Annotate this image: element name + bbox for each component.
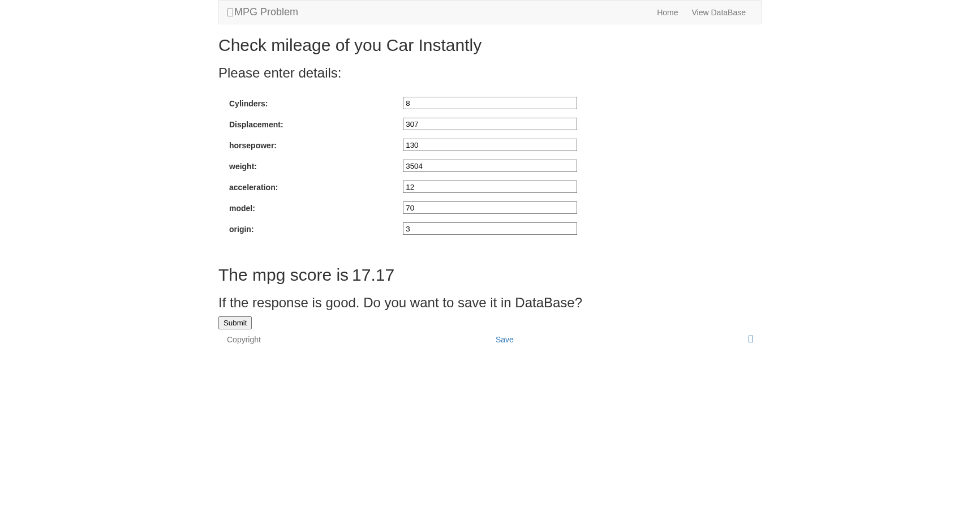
result-row: The mpg score is 17.17 xyxy=(218,265,762,284)
input-cylinders[interactable] xyxy=(403,97,577,109)
form-row-horsepower: horsepower: xyxy=(229,139,751,151)
result-label: The mpg score is xyxy=(218,265,349,284)
footer: Copyright Save xyxy=(218,329,762,350)
brand-icon xyxy=(227,8,233,16)
navbar-nav: Home View DataBase xyxy=(650,2,753,23)
footer-copyright: Copyright xyxy=(227,335,261,344)
input-displacement[interactable] xyxy=(403,118,577,130)
input-acceleration[interactable] xyxy=(403,181,577,193)
label-displacement: Displacement: xyxy=(229,118,403,129)
label-acceleration: acceleration: xyxy=(229,181,403,192)
result-value: 17.17 xyxy=(352,265,394,284)
nav-link-view-database[interactable]: View DataBase xyxy=(685,2,753,23)
label-origin: origin: xyxy=(229,222,403,234)
label-weight: weight: xyxy=(229,160,403,171)
form-row-origin: origin: xyxy=(229,222,751,235)
submit-button[interactable]: Submit xyxy=(218,316,252,329)
form-well: Cylinders: Displacement: horsepower: wei… xyxy=(218,86,762,254)
label-horsepower: horsepower: xyxy=(229,139,403,150)
form-row-displacement: Displacement: xyxy=(229,118,751,130)
footer-save-link[interactable]: Save xyxy=(496,335,514,344)
form-row-cylinders: Cylinders: xyxy=(229,97,751,109)
navbar: MPG Problem Home View DataBase xyxy=(218,0,762,24)
navbar-brand[interactable]: MPG Problem xyxy=(227,1,298,24)
input-model[interactable] xyxy=(403,201,577,214)
form-row-model: model: xyxy=(229,201,751,214)
page-subtitle: Please enter details: xyxy=(218,66,762,80)
page-title: Check mileage of you Car Instantly xyxy=(218,36,762,54)
label-cylinders: Cylinders: xyxy=(229,97,403,108)
nav-link-home[interactable]: Home xyxy=(650,2,685,23)
footer-top-icon xyxy=(749,336,753,342)
footer-top-link[interactable] xyxy=(749,335,753,344)
brand-text: MPG Problem xyxy=(234,6,298,18)
save-prompt: If the response is good. Do you want to … xyxy=(218,295,762,310)
form-row-acceleration: acceleration: xyxy=(229,181,751,193)
input-horsepower[interactable] xyxy=(403,139,577,151)
mpg-form: Cylinders: Displacement: horsepower: wei… xyxy=(229,97,751,235)
form-row-weight: weight: xyxy=(229,160,751,172)
input-weight[interactable] xyxy=(403,160,577,172)
label-model: model: xyxy=(229,201,403,213)
input-origin[interactable] xyxy=(403,222,577,235)
